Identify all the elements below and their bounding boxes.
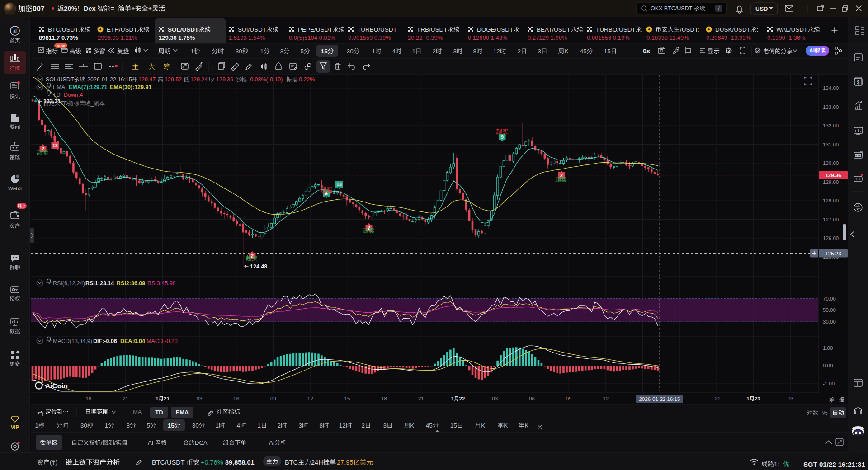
- svg-text:1: 1: [412, 48, 416, 55]
- svg-text:1: 1: [216, 422, 219, 429]
- svg-text:30.00: 30.00: [823, 319, 836, 324]
- svg-text:BEAT/USDT: BEAT/USDT: [537, 26, 571, 33]
- svg-text:AI: AI: [148, 439, 153, 446]
- svg-text:0.001556 0.19%: 0.001556 0.19%: [587, 34, 630, 41]
- svg-text:$: $: [857, 80, 860, 85]
- svg-text:K: K: [524, 422, 528, 429]
- svg-text:VIP: VIP: [11, 424, 19, 430]
- svg-text:SOL/USDT: SOL/USDT: [168, 26, 199, 33]
- svg-text:RSI1:23.14: RSI1:23.14: [85, 280, 114, 287]
- svg-text:24H: 24H: [311, 459, 323, 466]
- svg-text:0.001559 0.39%: 0.001559 0.39%: [348, 34, 391, 41]
- svg-text:129.36 1.75%: 129.36 1.75%: [159, 34, 195, 41]
- svg-text:127.00: 127.00: [823, 217, 839, 222]
- svg-text:12: 12: [307, 396, 313, 401]
- svg-text::: :: [757, 26, 759, 33]
- svg-text:20.22 -0.39%: 20.22 -0.39%: [408, 34, 443, 41]
- svg-text:AI: AI: [809, 47, 815, 54]
- svg-text:1: 1: [191, 48, 194, 55]
- svg-text:RSI2:36.09: RSI2:36.09: [117, 280, 145, 287]
- svg-text:ETF: ETF: [855, 154, 861, 157]
- svg-text:13: 13: [52, 143, 58, 148]
- svg-text:TURBO/USDT: TURBO/USDT: [596, 26, 636, 33]
- svg-text:Web3: Web3: [8, 186, 22, 191]
- svg-text:15: 15: [604, 48, 611, 55]
- svg-text:DUSK/USDT: DUSK/USDT: [715, 26, 750, 33]
- svg-text:15: 15: [168, 422, 175, 429]
- svg-text:06: 06: [233, 396, 239, 401]
- svg-text:EMA(30):129.91: EMA(30):129.91: [110, 84, 151, 90]
- svg-text:2: 2: [518, 48, 521, 55]
- svg-text:2: 2: [362, 422, 365, 429]
- svg-text:0.20649 -13.93%: 0.20649 -13.93%: [706, 34, 751, 41]
- svg-text:5: 5: [301, 48, 304, 55]
- svg-text:DCA: DCA: [195, 439, 208, 446]
- svg-text:129.36: 129.36: [825, 173, 841, 178]
- svg-text:0.00: 0.00: [823, 363, 833, 368]
- svg-text:27.95: 27.95: [337, 459, 353, 466]
- svg-text:RSI3:45.98: RSI3:45.98: [147, 280, 176, 287]
- svg-text:3: 3: [538, 48, 542, 55]
- svg-text:9: 9: [325, 191, 328, 196]
- svg-text:DIF:-0.06: DIF:-0.06: [93, 338, 117, 344]
- svg-text:1: 1: [156, 396, 159, 401]
- svg-text:3: 3: [383, 422, 387, 429]
- svg-text:3: 3: [299, 422, 302, 429]
- svg-text:15: 15: [344, 396, 350, 401]
- svg-text:45: 45: [426, 422, 433, 429]
- svg-text:EMA: EMA: [176, 409, 189, 416]
- svg-text:2026-01-22 16:15: 2026-01-22 16:15: [87, 76, 132, 83]
- svg-text:134.00: 134.00: [823, 85, 839, 91]
- svg-text:0s: 0s: [643, 47, 650, 55]
- svg-text:9: 9: [501, 134, 504, 140]
- svg-text:125.23: 125.23: [825, 251, 841, 256]
- svg-text:+: +: [148, 5, 152, 12]
- svg-text:DEA:0.04: DEA:0.04: [120, 338, 145, 344]
- svg-text:BTC/USDT: BTC/USDT: [48, 26, 79, 33]
- svg-text:+: +: [131, 5, 135, 12]
- svg-text:K: K: [564, 48, 568, 55]
- svg-text:2: 2: [433, 48, 436, 55]
- svg-text:21: 21: [715, 396, 721, 401]
- svg-text:0.1300 -1.36%: 0.1300 -1.36%: [767, 34, 806, 41]
- svg-text:EMA: EMA: [53, 84, 66, 90]
- svg-text:1: 1: [260, 48, 264, 55]
- svg-text:70.00: 70.00: [823, 296, 836, 301]
- svg-text:131.00: 131.00: [823, 142, 839, 147]
- svg-text:TD: TD: [53, 92, 61, 98]
- svg-text:129.47: 129.47: [138, 76, 156, 83]
- svg-text:=: =: [111, 5, 114, 12]
- svg-text:/USDT:: /USDT:: [680, 26, 699, 33]
- svg-text:1: 1: [372, 48, 376, 55]
- svg-text:EMA(7):129.71: EMA(7):129.71: [69, 84, 107, 90]
- svg-text:NEW: NEW: [57, 44, 65, 48]
- svg-text:0.18338 11.49%: 0.18338 11.49%: [646, 34, 689, 41]
- svg-text:30: 30: [80, 422, 87, 429]
- svg-text:WAL/USDT: WAL/USDT: [776, 26, 807, 33]
- svg-text:21: 21: [123, 396, 128, 401]
- svg-text:TD: TD: [155, 409, 163, 416]
- svg-text:+0.76%: +0.76%: [201, 459, 223, 466]
- svg-text:TURBO/USDT: TURBO/USDT: [357, 26, 397, 33]
- svg-text:BTC: BTC: [285, 459, 298, 466]
- svg-text:SUI/USDT: SUI/USDT: [238, 26, 266, 33]
- svg-text:K: K: [410, 422, 414, 429]
- svg-text:/: /: [114, 439, 116, 446]
- svg-text:Dex: Dex: [84, 5, 96, 12]
- svg-text:-0.08%(-0.10): -0.08%(-0.10): [248, 76, 283, 83]
- svg-text:3: 3: [453, 48, 457, 55]
- svg-text:OKX BTC/USDT: OKX BTC/USDT: [651, 5, 693, 12]
- svg-text:2026-01-22 16:15: 2026-01-22 16:15: [639, 396, 680, 402]
- svg-text:18: 18: [381, 396, 387, 401]
- svg-text:AI: AI: [269, 439, 274, 446]
- svg-text:30: 30: [192, 422, 199, 429]
- svg-text:1: 1: [35, 422, 39, 429]
- svg-text:1: 1: [258, 422, 261, 429]
- svg-text:20%: 20%: [64, 5, 77, 12]
- svg-text:1: 1: [746, 396, 750, 401]
- svg-text:3: 3: [127, 422, 130, 429]
- svg-text:12: 12: [339, 422, 346, 429]
- svg-text:MACD(13,34,9): MACD(13,34,9): [53, 338, 92, 344]
- svg-text:03: 03: [492, 396, 498, 401]
- svg-text:ETH/USDT: ETH/USDT: [107, 26, 137, 33]
